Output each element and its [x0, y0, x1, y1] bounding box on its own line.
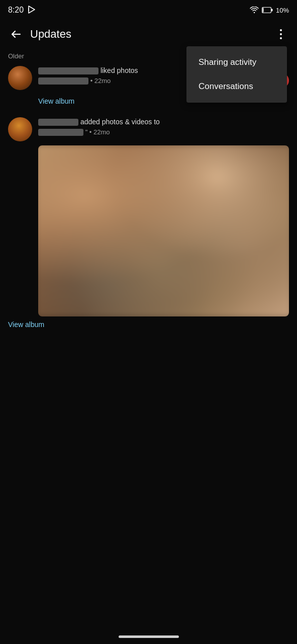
three-dots-icon [280, 29, 282, 39]
battery-percent: 10% [276, 7, 289, 14]
activity-text-1: liked photos [101, 66, 138, 74]
svg-rect-5 [262, 8, 263, 13]
dropdown-item-sharing-activity[interactable]: Sharing activity [186, 50, 287, 74]
activity-content-2: added photos & videos to " • 22mo [38, 117, 289, 136]
dropdown-menu: Sharing activity Conversations [186, 46, 287, 103]
activity-item-2: added photos & videos to " • 22mo View a… [8, 117, 289, 329]
status-time: 8:20 [8, 6, 24, 15]
view-album-link-2[interactable]: View album [8, 320, 289, 329]
back-button[interactable] [6, 24, 26, 44]
redacted-album-1 [38, 77, 88, 85]
play-store-icon [28, 6, 36, 15]
wifi-icon [250, 7, 259, 14]
status-bar: 8:20 10% [0, 0, 297, 20]
svg-point-2 [254, 12, 255, 13]
redacted-album-2 [38, 129, 83, 136]
status-icons: 10% [250, 7, 289, 14]
home-indicator [119, 635, 179, 638]
photo-thumbnail [38, 145, 289, 316]
avatar-image-2 [8, 117, 32, 141]
avatar-2 [8, 117, 32, 141]
app-bar: Updates Sharing activity Conversations [0, 20, 297, 48]
blurred-photo [38, 145, 289, 316]
avatar-1 [8, 66, 32, 90]
dropdown-item-conversations[interactable]: Conversations [186, 74, 287, 99]
svg-marker-0 [29, 6, 35, 13]
svg-rect-4 [271, 9, 273, 12]
activity-meta-2: " • 22mo [38, 128, 289, 136]
activity-item-2-row: added photos & videos to " • 22mo [8, 117, 289, 141]
activity-time-1: • 22mo [90, 77, 111, 85]
battery-icon [262, 7, 273, 13]
status-time-container: 8:20 [8, 6, 36, 15]
activity-text-2: added photos & videos to [80, 118, 160, 126]
avatar-image-1 [8, 66, 32, 90]
redacted-name-1 [38, 67, 98, 74]
activity-description-2: added photos & videos to [38, 117, 289, 127]
redacted-name-2 [38, 119, 78, 126]
more-options-button[interactable]: Sharing activity Conversations [271, 24, 291, 44]
page-title: Updates [30, 28, 271, 41]
activity-time-2: " • 22mo [85, 128, 110, 136]
